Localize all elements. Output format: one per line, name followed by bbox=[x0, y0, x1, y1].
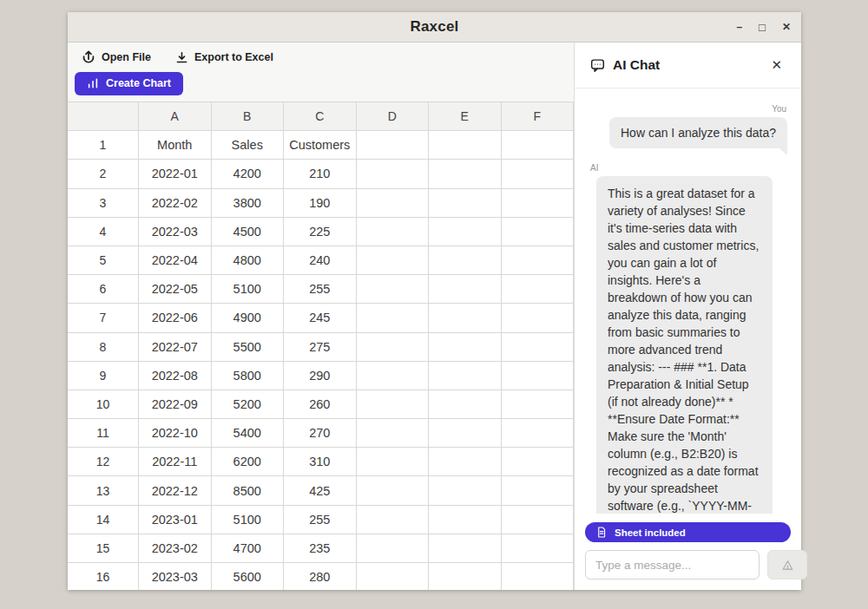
cell-D11[interactable] bbox=[357, 419, 430, 448]
row-header-10[interactable]: 10 bbox=[68, 390, 139, 419]
cell-A1[interactable]: Month bbox=[139, 131, 212, 160]
cell-D3[interactable] bbox=[357, 189, 430, 218]
cell-B9[interactable]: 5800 bbox=[212, 362, 285, 390]
cell-F7[interactable] bbox=[502, 304, 575, 332]
cell-D15[interactable] bbox=[357, 534, 430, 563]
cell-E14[interactable] bbox=[429, 506, 502, 534]
maximize-icon[interactable]: □ bbox=[759, 22, 766, 33]
cell-C8[interactable]: 275 bbox=[284, 333, 357, 362]
cell-E9[interactable] bbox=[429, 362, 502, 390]
row-header-14[interactable]: 14 bbox=[68, 506, 139, 534]
grid-corner-cell[interactable] bbox=[68, 102, 139, 131]
cell-A10[interactable]: 2022-09 bbox=[139, 390, 212, 419]
cell-D16[interactable] bbox=[357, 563, 430, 590]
cell-D10[interactable] bbox=[357, 390, 430, 419]
row-header-6[interactable]: 6 bbox=[68, 275, 139, 304]
open-file-button[interactable]: Open File bbox=[82, 49, 151, 66]
row-header-9[interactable]: 9 bbox=[68, 362, 139, 390]
column-header-C[interactable]: C bbox=[284, 102, 357, 131]
cell-D13[interactable] bbox=[357, 476, 430, 505]
cell-C16[interactable]: 280 bbox=[284, 563, 357, 590]
cell-A5[interactable]: 2022-04 bbox=[139, 246, 212, 275]
cell-A8[interactable]: 2022-07 bbox=[139, 333, 212, 362]
cell-E1[interactable] bbox=[429, 131, 502, 160]
cell-F12[interactable] bbox=[502, 448, 575, 476]
cell-F5[interactable] bbox=[502, 246, 575, 275]
cell-E10[interactable] bbox=[429, 390, 502, 419]
cell-F3[interactable] bbox=[502, 189, 575, 218]
cell-A3[interactable]: 2022-02 bbox=[139, 189, 212, 218]
cell-B2[interactable]: 4200 bbox=[212, 160, 285, 188]
cell-C11[interactable]: 270 bbox=[284, 419, 357, 448]
cell-E7[interactable] bbox=[429, 304, 502, 332]
cell-D9[interactable] bbox=[357, 362, 430, 390]
cell-A14[interactable]: 2023-01 bbox=[139, 506, 212, 534]
cell-C12[interactable]: 310 bbox=[284, 448, 357, 476]
cell-B8[interactable]: 5500 bbox=[212, 333, 285, 362]
cell-F4[interactable] bbox=[502, 218, 575, 246]
cell-C7[interactable]: 245 bbox=[284, 304, 357, 332]
row-header-13[interactable]: 13 bbox=[68, 476, 139, 505]
cell-F13[interactable] bbox=[502, 476, 575, 505]
cell-F2[interactable] bbox=[502, 160, 575, 188]
cell-F9[interactable] bbox=[502, 362, 575, 390]
cell-C4[interactable]: 225 bbox=[284, 218, 357, 246]
cell-F6[interactable] bbox=[502, 275, 575, 304]
cell-C14[interactable]: 255 bbox=[284, 506, 357, 534]
cell-F10[interactable] bbox=[502, 390, 575, 419]
row-header-15[interactable]: 15 bbox=[68, 534, 139, 563]
chat-close-icon[interactable]: ✕ bbox=[767, 56, 786, 75]
cell-D12[interactable] bbox=[357, 448, 430, 476]
column-header-A[interactable]: A bbox=[139, 102, 212, 131]
cell-E16[interactable] bbox=[429, 563, 502, 590]
row-header-4[interactable]: 4 bbox=[68, 218, 139, 246]
cell-A13[interactable]: 2022-12 bbox=[139, 476, 212, 505]
cell-F11[interactable] bbox=[502, 419, 575, 448]
cell-D4[interactable] bbox=[357, 218, 430, 246]
minimize-icon[interactable]: – bbox=[736, 22, 742, 32]
cell-C5[interactable]: 240 bbox=[284, 246, 357, 275]
cell-B5[interactable]: 4800 bbox=[212, 246, 285, 275]
cell-B1[interactable]: Sales bbox=[212, 131, 285, 160]
cell-C3[interactable]: 190 bbox=[284, 189, 357, 218]
row-header-2[interactable]: 2 bbox=[68, 160, 139, 188]
sheet-included-button[interactable]: Sheet included bbox=[585, 522, 791, 542]
cell-C6[interactable]: 255 bbox=[284, 275, 357, 304]
cell-D14[interactable] bbox=[357, 506, 430, 534]
cell-B7[interactable]: 4900 bbox=[212, 304, 285, 332]
cell-C1[interactable]: Customers bbox=[284, 131, 357, 160]
cell-D5[interactable] bbox=[357, 246, 430, 275]
cell-D2[interactable] bbox=[357, 160, 430, 188]
row-header-5[interactable]: 5 bbox=[68, 246, 139, 275]
cell-D8[interactable] bbox=[357, 333, 430, 362]
row-header-16[interactable]: 16 bbox=[68, 563, 139, 590]
row-header-11[interactable]: 11 bbox=[68, 419, 139, 448]
row-header-7[interactable]: 7 bbox=[68, 304, 139, 332]
cell-E4[interactable] bbox=[429, 218, 502, 246]
cell-A6[interactable]: 2022-05 bbox=[139, 275, 212, 304]
cell-A2[interactable]: 2022-01 bbox=[139, 160, 212, 188]
cell-A12[interactable]: 2022-11 bbox=[139, 448, 212, 476]
column-header-B[interactable]: B bbox=[212, 102, 285, 131]
column-header-D[interactable]: D bbox=[357, 102, 430, 131]
cell-C15[interactable]: 235 bbox=[284, 534, 357, 563]
export-excel-button[interactable]: Export to Excel bbox=[175, 49, 273, 66]
cell-E8[interactable] bbox=[429, 333, 502, 362]
cell-E5[interactable] bbox=[429, 246, 502, 275]
cell-E3[interactable] bbox=[429, 189, 502, 218]
chat-message-input[interactable] bbox=[585, 550, 760, 580]
cell-F1[interactable] bbox=[502, 131, 575, 160]
close-icon[interactable]: ✕ bbox=[782, 22, 791, 32]
cell-F16[interactable] bbox=[502, 563, 575, 590]
cell-F8[interactable] bbox=[502, 333, 575, 362]
cell-F14[interactable] bbox=[502, 506, 575, 534]
row-header-1[interactable]: 1 bbox=[68, 131, 139, 160]
cell-B15[interactable]: 4700 bbox=[212, 534, 285, 563]
cell-A16[interactable]: 2023-03 bbox=[139, 563, 212, 590]
cell-A11[interactable]: 2022-10 bbox=[139, 419, 212, 448]
cell-A7[interactable]: 2022-06 bbox=[139, 304, 212, 332]
cell-B6[interactable]: 5100 bbox=[212, 275, 285, 304]
cell-B12[interactable]: 6200 bbox=[212, 448, 285, 476]
cell-E6[interactable] bbox=[429, 275, 502, 304]
cell-E11[interactable] bbox=[429, 419, 502, 448]
